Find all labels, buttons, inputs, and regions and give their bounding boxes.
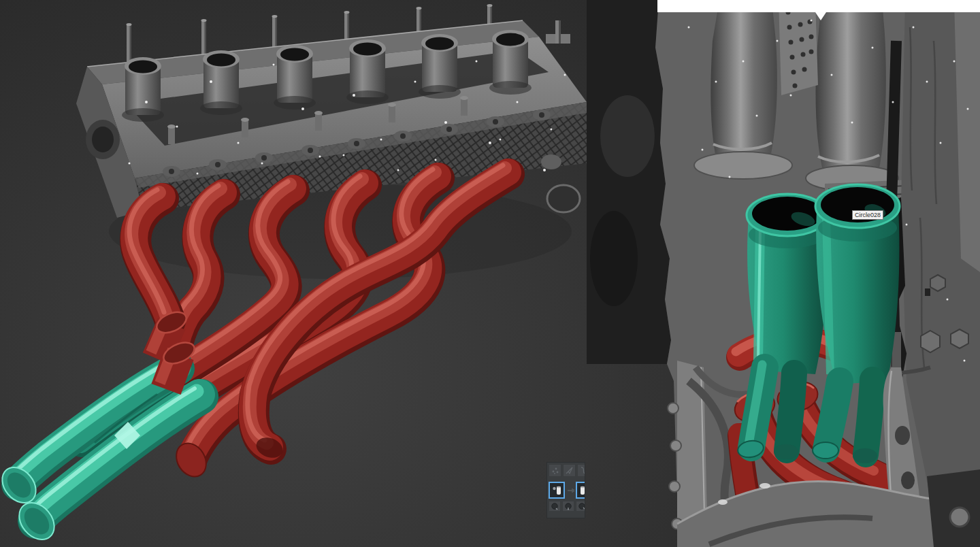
right-viewport[interactable] [587, 0, 980, 547]
top-white-bar [657, 0, 980, 12]
cylinder-edit-toggle-button[interactable] [576, 482, 585, 499]
viewport-tool-panel [546, 462, 585, 518]
spline-tool-button[interactable] [577, 464, 585, 477]
points-tool-button[interactable] [549, 464, 561, 477]
magnet-tool-button-2[interactable] [562, 501, 574, 512]
magnet-tool-button-1[interactable] [549, 501, 561, 512]
link-pin-icon [566, 484, 575, 496]
arrow-tool-button[interactable] [563, 464, 576, 477]
cylinder-display-toggle-button[interactable] [549, 482, 565, 499]
magnet-tool-button-3[interactable] [576, 501, 585, 512]
object-name-tooltip: Circle028 [852, 210, 883, 220]
left-viewport[interactable] [0, 0, 587, 547]
application-window: Circle028 [0, 0, 980, 547]
